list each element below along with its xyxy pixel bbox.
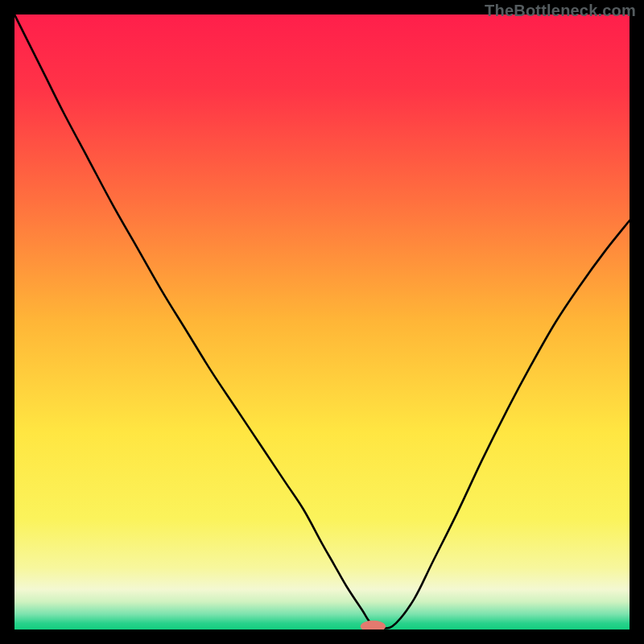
optimal-marker: [361, 621, 386, 630]
plot-area: [14, 14, 630, 630]
gradient-background: [14, 14, 630, 630]
bottleneck-chart: [14, 14, 630, 630]
chart-frame: TheBottleneck.com: [0, 0, 644, 644]
watermark-text: TheBottleneck.com: [485, 2, 636, 20]
